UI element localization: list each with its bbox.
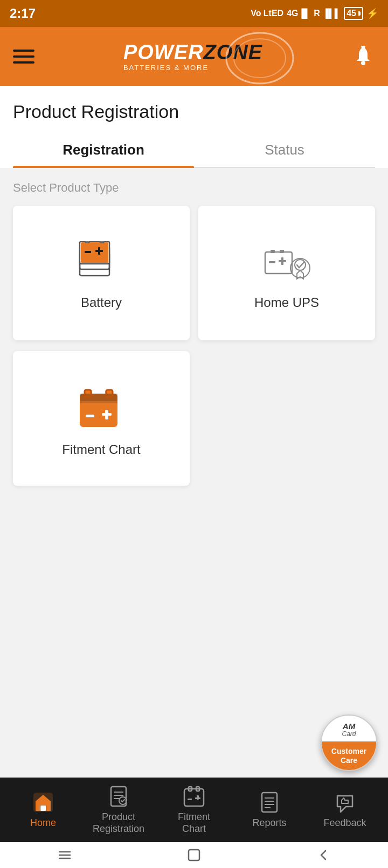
svg-point-0	[226, 33, 293, 83]
nav-home[interactable]: Home	[16, 790, 70, 829]
fitment-battery-icon	[77, 386, 126, 431]
content-spacer	[0, 499, 388, 649]
svg-rect-34	[40, 806, 46, 811]
tab-bar: Registration Status	[13, 133, 375, 168]
nav-reports[interactable]: Reports	[242, 790, 296, 829]
svg-point-2	[361, 61, 365, 65]
nav-fitment-label: FitmentChart	[178, 811, 210, 835]
charging-icon: ⚡	[366, 8, 378, 19]
app-logo: POWERZONE BATTERIES & MORE	[123, 42, 262, 72]
ups-icon	[262, 241, 311, 284]
nav-home-label: Home	[30, 817, 56, 829]
tab-status[interactable]: Status	[194, 133, 375, 167]
section-label: Select Product Type	[13, 181, 375, 195]
app-header: POWERZONE BATTERIES & MORE	[0, 27, 388, 86]
svg-rect-40	[184, 789, 204, 806]
battery-label: Battery	[81, 295, 122, 310]
customer-care-logo2: Card	[342, 730, 356, 738]
product-grid: Battery Hom	[13, 206, 375, 340]
nav-feedback[interactable]: Feedback	[318, 790, 372, 829]
nav-feedback-label: Feedback	[323, 817, 366, 829]
battery-indicator: 45	[344, 7, 363, 20]
page-content: Product Registration Registration Status	[0, 86, 388, 168]
home-ups-label: Home UPS	[254, 295, 319, 310]
feedback-nav-icon	[333, 790, 357, 814]
fitment-chart-label: Fitment Chart	[62, 442, 140, 457]
customer-care-label: CustomerCare	[331, 747, 366, 765]
customer-care-logo: AM	[343, 722, 355, 730]
svg-rect-45	[197, 795, 199, 800]
fitment-nav-icon	[182, 785, 206, 808]
nav-fitment-chart[interactable]: FitmentChart	[167, 785, 221, 835]
notification-bell[interactable]	[351, 44, 375, 69]
product-reg-nav-icon	[107, 785, 130, 808]
svg-rect-20	[281, 257, 283, 265]
svg-rect-16	[271, 250, 275, 253]
status-icons: Vo LtED 4G▐▌ R ▐▌▌ 45 ⚡	[251, 7, 378, 20]
svg-rect-17	[280, 250, 284, 253]
battery-card[interactable]: Battery	[13, 206, 190, 340]
product-type-section: Select Product Type	[0, 168, 388, 499]
android-back-btn[interactable]	[313, 848, 334, 863]
nav-product-reg-label: ProductRegistration	[93, 811, 144, 835]
time-display: 2:17	[10, 6, 36, 21]
signal-strength: 4G▐▌	[287, 9, 310, 18]
home-nav-icon	[31, 790, 55, 814]
fitment-chart-card[interactable]: Fitment Chart	[13, 351, 190, 486]
android-home-btn[interactable]	[183, 848, 205, 863]
tab-registration[interactable]: Registration	[13, 133, 194, 167]
secondary-signal: R ▐▌▌	[314, 9, 341, 18]
battery-icon	[77, 241, 126, 284]
reports-nav-icon	[258, 790, 281, 814]
status-bar: 2:17 Vo LtED 4G▐▌ R ▐▌▌ 45 ⚡	[0, 0, 388, 27]
logo-power: POWER	[123, 41, 204, 64]
svg-rect-54	[189, 850, 199, 860]
svg-rect-18	[269, 261, 275, 263]
svg-rect-46	[262, 793, 277, 812]
network-status: Vo LtED	[251, 9, 283, 18]
svg-rect-3	[361, 46, 365, 48]
svg-rect-32	[105, 410, 108, 419]
bottom-navigation: Home ProductRegistration FitmentChart	[0, 778, 388, 842]
svg-point-1	[234, 39, 286, 78]
nav-reports-label: Reports	[252, 817, 286, 829]
customer-care-fab[interactable]: AM Card CustomerCare	[321, 715, 377, 771]
svg-rect-35	[111, 787, 126, 806]
android-menu-btn[interactable]	[54, 848, 75, 863]
nav-product-registration[interactable]: ProductRegistration	[92, 785, 146, 835]
svg-point-21	[290, 258, 310, 278]
svg-rect-12	[98, 247, 100, 255]
hamburger-menu[interactable]	[13, 50, 34, 64]
home-ups-card[interactable]: Home UPS	[198, 206, 375, 340]
svg-rect-10	[85, 251, 91, 253]
svg-rect-14	[100, 241, 104, 243]
logo-text-container: POWERZONE BATTERIES & MORE	[123, 42, 262, 72]
fitment-row: Fitment Chart	[13, 351, 375, 486]
svg-rect-13	[85, 241, 89, 243]
android-nav-bar	[0, 842, 388, 868]
svg-rect-43	[188, 799, 192, 800]
page-title: Product Registration	[13, 101, 375, 122]
svg-rect-30	[86, 415, 94, 417]
